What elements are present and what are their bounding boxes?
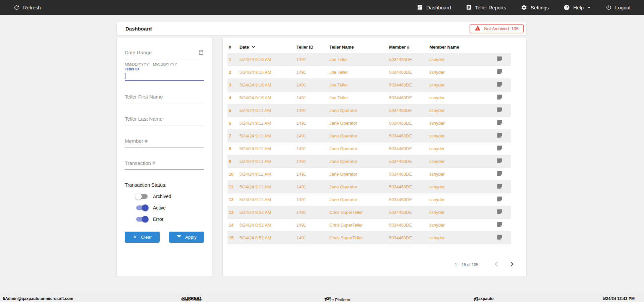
cell-member-name: ssnyder (428, 66, 486, 78)
note-icon[interactable] (496, 145, 503, 151)
nav-logout-label: Logout (615, 5, 631, 10)
cell-member-number: 5034463DE (388, 206, 428, 219)
member-number-field[interactable]: Member # (125, 138, 204, 147)
teller-first-name-field[interactable]: Teller First Name (125, 94, 204, 103)
toggle-label: Archived (153, 194, 171, 199)
nav-teller-reports[interactable]: Teller Reports (466, 4, 506, 10)
col-date[interactable]: Date (238, 42, 295, 53)
note-icon[interactable] (496, 81, 503, 87)
status-toggle[interactable]: Archived (125, 193, 204, 200)
cell-member-name: ssnyder (428, 142, 486, 155)
status-toggle[interactable]: Active (125, 204, 204, 211)
main-content: Dashboard Not Archived: 105 Date Range M… (117, 15, 526, 277)
table-header-row: # Date Teller ID Teller Name Member # (227, 42, 511, 53)
table-row[interactable]: 10 5/24/24 9:11 AM 1491 Jane Operator 50… (227, 168, 511, 180)
note-icon[interactable] (496, 107, 503, 113)
cell-teller-name: Chris SuperTeller (328, 231, 388, 244)
date-range-hint: MM/DD/YYYY – MM/DD/YYYY (125, 62, 204, 66)
row-number: 7 (227, 129, 238, 142)
calendar-icon[interactable] (198, 50, 204, 57)
note-icon[interactable] (496, 234, 503, 240)
cell-date: 5/24/24 8:52 AM (238, 206, 295, 219)
power-icon (606, 4, 612, 10)
top-navigation-bar: Refresh Dashboard Teller Reports Setting… (0, 0, 644, 15)
cell-note (486, 155, 511, 168)
table-row[interactable]: 2 5/24/24 9:16 AM 1491 Joe Teller 503446… (227, 66, 511, 78)
row-number: 15 (227, 231, 238, 244)
table-row[interactable]: 8 5/24/24 9:11 AM 1491 Jane Operator 503… (227, 142, 511, 155)
cell-member-number: 5034463DE (388, 168, 428, 180)
cell-note (486, 66, 511, 78)
nav-dashboard-label: Dashboard (426, 5, 451, 10)
note-icon[interactable] (496, 170, 503, 177)
not-archived-badge-label: Not Archived: 105 (484, 26, 519, 31)
cell-note (486, 53, 511, 66)
note-icon[interactable] (496, 183, 503, 189)
nav-help[interactable]: Help (564, 4, 591, 11)
cell-teller-name: Chris SuperTeller (328, 206, 388, 219)
cell-member-name: ssnyder (428, 180, 486, 193)
cell-member-name: ssnyder (428, 78, 486, 91)
table-row[interactable]: 11 5/24/24 9:11 AM 1491 Jane Operator 50… (227, 180, 511, 193)
note-icon[interactable] (496, 221, 503, 228)
transaction-number-field[interactable]: Transaction # (125, 160, 204, 170)
cell-teller-id: 1491 (295, 129, 328, 142)
cell-teller-id: 1491 (295, 206, 328, 219)
note-icon[interactable] (496, 132, 503, 138)
cell-date: 5/24/24 9:11 AM (238, 193, 295, 206)
clear-button[interactable]: Clear (125, 232, 160, 243)
cell-member-number: 5034463DE (388, 104, 428, 117)
date-range-field[interactable]: Date Range (125, 50, 204, 60)
previous-page-button[interactable] (493, 261, 500, 268)
cell-member-name: ssnyder (428, 206, 486, 219)
teller-last-name-field[interactable]: Teller Last Name (125, 116, 204, 125)
cell-date: 5/24/24 8:52 AM (238, 219, 295, 231)
refresh-button[interactable]: Refresh (13, 4, 41, 11)
table-row[interactable]: 1 5/24/24 9:16 AM 1491 Joe Teller 503446… (227, 53, 511, 66)
table-row[interactable]: 9 5/24/24 9:11 AM 1491 Jane Operator 503… (227, 155, 511, 168)
next-page-button[interactable] (508, 261, 515, 268)
note-icon[interactable] (496, 56, 503, 62)
cell-note (486, 91, 511, 104)
col-index: # (227, 42, 238, 53)
cell-teller-id: 1491 (295, 180, 328, 193)
table-row[interactable]: 5 5/24/24 9:11 AM 1491 Jane Operator 503… (227, 104, 511, 117)
note-icon[interactable] (496, 158, 503, 164)
nav-logout[interactable]: Logout (606, 4, 631, 10)
nav-teller-reports-label: Teller Reports (475, 5, 506, 10)
transactions-panel: # Date Teller ID Teller Name Member # (223, 38, 526, 277)
cell-note (486, 180, 511, 193)
cell-note (486, 142, 511, 155)
toggle-switch-icon[interactable] (136, 205, 148, 210)
row-number: 2 (227, 66, 238, 78)
nav-dashboard[interactable]: Dashboard (417, 4, 451, 10)
note-icon[interactable] (496, 196, 503, 202)
table-row[interactable]: 15 5/24/24 8:52 AM 1491 Chris SuperTelle… (227, 231, 511, 244)
teller-last-name-placeholder: Teller Last Name (125, 116, 163, 122)
note-icon[interactable] (496, 119, 503, 126)
table-row[interactable]: 3 5/24/24 9:16 AM 1491 Joe Teller 503446… (227, 78, 511, 91)
status-bar: fiAdmin@qaxpauto.onmicrosoft.com Worksta… (0, 295, 644, 302)
cell-member-number: 5034463DE (388, 78, 428, 91)
cell-member-name: ssnyder (428, 104, 486, 117)
row-number: 11 (227, 180, 238, 193)
nav-settings[interactable]: Settings (521, 4, 549, 11)
table-row[interactable]: 12 5/24/24 9:11 AM 1491 Jane Operator 50… (227, 193, 511, 206)
status-toggle[interactable]: Error (125, 216, 204, 223)
note-icon[interactable] (496, 208, 503, 215)
note-icon[interactable] (496, 94, 503, 100)
not-archived-badge[interactable]: Not Archived: 105 (470, 24, 524, 33)
table-row[interactable]: 7 5/24/24 9:11 AM 1491 Jane Operator 503… (227, 129, 511, 142)
table-row[interactable]: 4 5/24/24 9:16 AM 1491 Joe Teller 503446… (227, 91, 511, 104)
toggle-switch-icon[interactable] (136, 217, 148, 222)
table-row[interactable]: 14 5/24/24 8:52 AM 1491 Chris SuperTelle… (227, 219, 511, 231)
cell-member-number: 5034463DE (388, 219, 428, 231)
cell-date: 5/24/24 9:11 AM (238, 168, 295, 180)
table-row[interactable]: 6 5/24/24 9:11 AM 1491 Jane Operator 503… (227, 117, 511, 129)
note-icon[interactable] (496, 68, 503, 75)
teller-id-input[interactable] (125, 71, 204, 81)
row-number: 10 (227, 168, 238, 180)
table-row[interactable]: 13 5/24/24 8:52 AM 1491 Chris SuperTelle… (227, 206, 511, 219)
toggle-switch-icon[interactable] (136, 194, 148, 199)
apply-button[interactable]: Apply (169, 232, 204, 243)
